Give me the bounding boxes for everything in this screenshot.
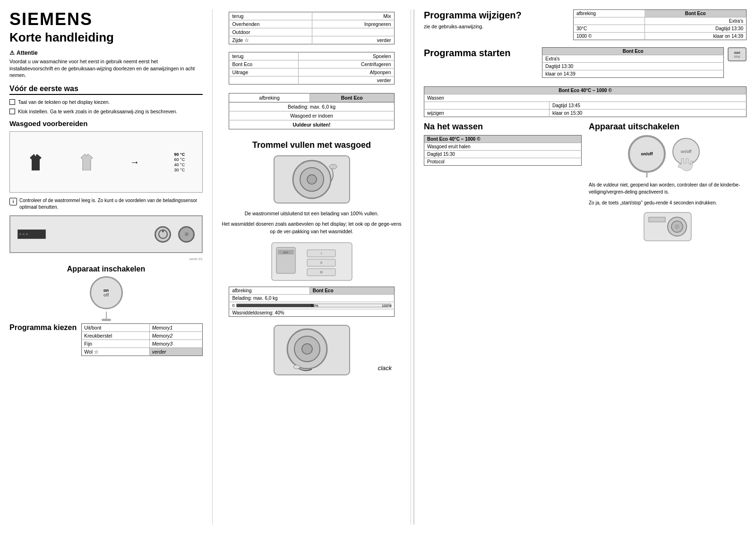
prog-row-3: Fijn Memory3: [82, 340, 203, 348]
wijzigen-table: afbreking Bont Eco Extra's 30°C Dagtijd …: [573, 9, 747, 40]
start-button-illustration: start stop: [728, 47, 747, 61]
uitschakelen-desc-1: Als de vuldeur niet, geopend kan worden,…: [589, 181, 747, 195]
dark-shirt-icon: [27, 154, 44, 170]
na-het-row-2: Dagtijd 15:30: [424, 150, 582, 158]
attentie-section: ⚠ Attentie Voordat u uw wasmachine voor …: [9, 50, 203, 79]
apparaat-uitschakelen-section: Apparaat uitschakelen on/off on/off: [589, 122, 747, 243]
bonteco-row-1: Belading: max. 6,0 kg: [229, 102, 394, 111]
bonteco40-section: Bont Eco 40°C – 1000 © Wassen Dagtijd 13…: [424, 86, 747, 117]
svg-point-7: [307, 175, 317, 184]
spoelen-row-1: terug Spoelen: [229, 52, 394, 60]
svg-marker-1: [81, 154, 93, 170]
middle-column: terug Mix Overhenden Inpregneren Outdoor…: [213, 9, 411, 525]
bonteco40-row-2: Dagtijd 13:45: [424, 102, 747, 110]
starten-header-row: Bont Eco: [542, 48, 724, 55]
select-row-1: terug Mix: [229, 12, 394, 20]
dosering-table: afbreking Bont Eco Belading: max. 6,0 kg…: [229, 287, 394, 317]
checkbox-1: [9, 99, 15, 105]
trommel-section: Trommel vullen met wasgoed De wastrommel…: [220, 140, 404, 377]
prog-row-1: Uit/bont Memory1: [82, 324, 203, 332]
on-off-button-illustration: on off: [90, 276, 123, 309]
light-shirt-icon: [78, 154, 95, 170]
bonteco40-row-1: Wassen: [424, 94, 747, 102]
programma-starten-title: Programma starten: [424, 47, 537, 59]
spoelen-table: terug Spoelen Bont Eco Centrifugeren Uit…: [229, 52, 394, 85]
na-het-wassen-section: Na het wassen Bont Eco 40°C – 1000 © Was…: [424, 122, 582, 243]
temp-60: 60 °C: [174, 157, 185, 162]
clack-label: clack: [378, 364, 392, 372]
on-label: on: [103, 288, 109, 293]
starten-row-2: Dagtijd 13:30: [542, 63, 724, 70]
wasgoed-illustration: → 90 °C 60 °C 40 °C 30 °C: [9, 131, 203, 193]
svg-text:I: I: [321, 252, 322, 255]
svg-marker-0: [30, 154, 42, 170]
svg-rect-27: [649, 217, 665, 222]
control-note: i Controleer of de wastrommel leeg is. Z…: [9, 197, 203, 211]
attentie-text: Voordat u uw wasmachine voor het eerst i…: [9, 58, 203, 79]
checkbox-2: [9, 109, 15, 114]
spoelen-row-4: verder: [229, 76, 394, 85]
dosering-row-2: 0 50% 100%: [229, 302, 394, 309]
na-het-wassen-title: Na het wassen: [424, 122, 582, 132]
temp-90: 90 °C: [174, 152, 185, 157]
prog-select-table: terug Mix Overhenden Inpregneren Outdoor…: [229, 12, 394, 44]
programma-wijzigen-section: Programma wijzigen? zie de gebruiks-aanw…: [424, 9, 747, 42]
bonteco-info-table: afbreking Bont Eco Belading: max. 6,0 kg…: [229, 93, 394, 129]
onoff-large-container: on/off: [628, 135, 666, 178]
svg-point-8: [329, 164, 337, 169]
temp-labels: 90 °C 60 °C 40 °C 30 °C: [174, 152, 185, 172]
attentie-title: ⚠ Attentie: [9, 50, 203, 56]
select-row-2: Overhenden Inpregneren: [229, 20, 394, 28]
programma-kiezen-table: Uit/bont Memory1 Kreukberstel Memory2 Fi…: [81, 323, 203, 356]
select-row-3: Outdoor: [229, 28, 394, 36]
svg-point-22: [302, 344, 312, 354]
info-icon: i: [9, 198, 17, 205]
checklist-item-1: Taal van de teksten op het display kieze…: [9, 99, 203, 106]
button-stem: [646, 172, 648, 178]
wasgoed-voorbereiden-title: Wasgoed voorbereiden: [9, 119, 203, 127]
programma-starten-section: Programma starten Bont Eco Extra's Dagti…: [424, 47, 747, 82]
wijzigen-row-1: Extra's: [573, 17, 746, 25]
start-stop-illustration: [642, 210, 694, 243]
off-label: off: [103, 293, 109, 297]
machine-label-line: serie 01: [9, 257, 203, 261]
starten-row-3: klaar on 14:39: [542, 70, 724, 78]
select-row-4: Zijde ☆ verder: [229, 36, 394, 44]
machine-screen: [17, 229, 46, 239]
machine-display-illustration: [9, 215, 203, 253]
svg-text:II: II: [320, 261, 322, 264]
left-column: SIEMENS Korte handleiding ⚠ Attentie Voo…: [9, 9, 213, 525]
programma-wijzigen-subtitle: zie de gebruiks-aanwijzing.: [424, 23, 568, 30]
machine-dial-2[interactable]: [178, 226, 195, 243]
drum-loading-illustration: [269, 153, 354, 205]
wijzigen-header-row: afbreking Bont Eco: [573, 10, 746, 17]
dial-icon: [158, 229, 168, 239]
apparaat-uitschakelen-title: Apparaat uitschakelen: [589, 122, 747, 132]
dosering-header-row: afbreking Bont Eco: [229, 287, 394, 294]
checklist-item-2: Klok instellen. Ga te werk zoals in de g…: [9, 108, 203, 115]
na-het-table: Bont Eco 40°C – 1000 © Wasgoed eruìt hal…: [424, 135, 582, 166]
na-het-row-1: Wasgoed eruìt halen: [424, 143, 582, 150]
svg-text:III: III: [320, 271, 323, 274]
starten-table: Bont Eco Extra's Dagtijd 13:30 klaar on …: [542, 47, 724, 78]
temp-40: 40 °C: [174, 162, 185, 167]
column-divider: [413, 9, 414, 525]
trommel-desc: De wastrommel uitsluitend tot een beladi…: [220, 210, 404, 235]
voor-eerste-was-title: Vóór de eerste was: [9, 85, 203, 95]
na-het-header-row: Bont Eco 40°C – 1000 ©: [424, 135, 582, 143]
programma-kiezen-section: Programma kiezen: [9, 323, 77, 335]
onoff-large-button: on/off: [628, 135, 666, 173]
spoelen-row-3: Uitrage Afponpen: [229, 68, 394, 76]
prog-row-2: Kreukberstel Memory2: [82, 332, 203, 340]
bonteco-row-2: Wasgoed er indoen: [229, 111, 394, 120]
screen-dot-2: [23, 233, 25, 235]
clothes-item-dark: [27, 154, 44, 170]
machine-dial-1[interactable]: [155, 226, 171, 243]
na-het-uitschakelen-row: Na het wassen Bont Eco 40°C – 1000 © Was…: [424, 122, 747, 243]
starten-row-1: Extra's: [542, 55, 724, 63]
na-het-row-3: Protocol: [424, 158, 582, 165]
warning-icon: ⚠: [9, 50, 15, 56]
apparaat-inschakelen-section: Apparaat inschakelen on off: [9, 265, 203, 319]
svg-point-3: [162, 230, 164, 232]
bonteco40-table: Bont Eco 40°C – 1000 © Wassen Dagtijd 13…: [424, 86, 747, 117]
